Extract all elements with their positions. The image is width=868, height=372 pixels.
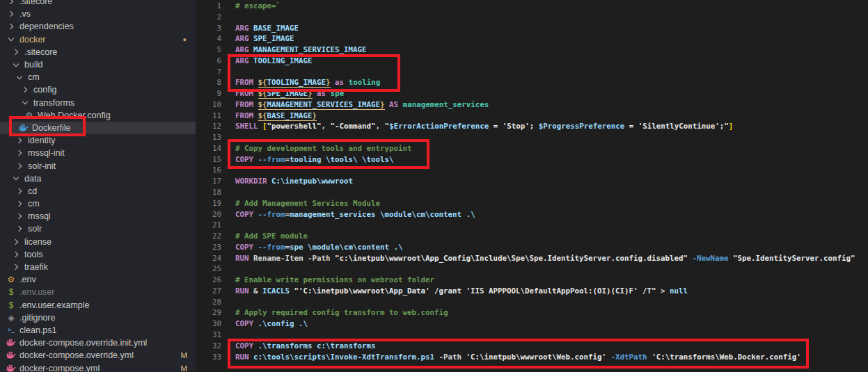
line-number[interactable]: 33 bbox=[196, 352, 221, 363]
line-number[interactable]: 8 bbox=[196, 77, 221, 88]
code-line[interactable]: 15COPY --from=tooling \tools\ \tools\ bbox=[196, 154, 868, 165]
line-number[interactable]: 7 bbox=[196, 67, 221, 78]
line-number[interactable]: 14 bbox=[196, 143, 221, 154]
tree-item-label: docker-compose.override.init.yml bbox=[19, 338, 147, 348]
line-number[interactable]: 29 bbox=[196, 307, 221, 318]
tree-item-mssql-init[interactable]: mssql-init bbox=[0, 147, 196, 159]
code-line[interactable]: 9FROM ${SPE_IMAGE} as spe bbox=[196, 88, 868, 99]
code-line[interactable]: 26# Enable write permissions on webroot … bbox=[196, 275, 868, 286]
code-line[interactable]: 6ARG TOOLING_IMAGE bbox=[196, 56, 868, 67]
code-line[interactable]: 31 bbox=[196, 330, 868, 341]
tree-item-build[interactable]: build bbox=[0, 58, 196, 71]
tree-item-cd[interactable]: cd bbox=[0, 185, 196, 197]
code-line[interactable]: 7 bbox=[196, 67, 868, 78]
tree-item-.vs[interactable]: .vs bbox=[0, 8, 196, 20]
line-number[interactable]: 11 bbox=[196, 111, 221, 122]
line-number[interactable]: 12 bbox=[196, 121, 221, 132]
line-number[interactable]: 3 bbox=[196, 23, 221, 34]
tree-item-label: config bbox=[33, 85, 56, 95]
code-line[interactable]: 1# escape=` bbox=[196, 1, 868, 12]
line-number[interactable]: 30 bbox=[196, 318, 221, 330]
tree-item-dependencies[interactable]: dependencies bbox=[0, 20, 196, 33]
tree-item-.env.user[interactable]: $.env.user bbox=[0, 286, 196, 298]
line-number[interactable]: 32 bbox=[196, 341, 221, 352]
code-line[interactable]: 8FROM ${TOOLING_IMAGE} as tooling bbox=[196, 77, 868, 88]
tree-item-docker-compose.yml[interactable]: docker-compose.ymlM bbox=[0, 362, 196, 372]
line-number[interactable]: 4 bbox=[196, 33, 221, 45]
line-number[interactable]: 2 bbox=[196, 12, 221, 23]
code-line[interactable]: 5ARG MANAGEMENT_SERVICES_IMAGE bbox=[196, 45, 868, 56]
tree-item-dockerfile[interactable]: Dockerfile bbox=[0, 122, 196, 134]
code-line[interactable]: 17WORKDIR C:\inetpub\wwwroot bbox=[196, 176, 868, 187]
line-number[interactable]: 22 bbox=[196, 231, 221, 242]
tree-item-solr-init[interactable]: solr-init bbox=[0, 159, 196, 172]
tree-item-docker-compose.override.init.yml[interactable]: docker-compose.override.init.yml bbox=[0, 337, 196, 349]
line-number[interactable]: 21 bbox=[196, 220, 221, 231]
line-number[interactable]: 5 bbox=[196, 45, 221, 56]
code-line[interactable]: 4ARG SPE_IMAGE bbox=[196, 33, 868, 45]
tree-item-cm[interactable]: cm bbox=[0, 197, 196, 210]
line-number[interactable]: 13 bbox=[196, 132, 221, 143]
line-number[interactable]: 24 bbox=[196, 253, 221, 264]
code-line[interactable]: 33RUN c:\tools\scripts\Invoke-XdtTransfo… bbox=[196, 352, 868, 363]
code-line[interactable]: 10FROM ${MANAGEMENT_SERVICES_IMAGE} AS m… bbox=[196, 99, 868, 111]
code-line[interactable]: 25 bbox=[196, 264, 868, 275]
code-line[interactable]: 2 bbox=[196, 12, 868, 23]
line-number[interactable]: 28 bbox=[196, 297, 221, 308]
chevron-right-icon bbox=[14, 164, 25, 168]
line-number[interactable]: 27 bbox=[196, 286, 221, 297]
line-number[interactable]: 15 bbox=[196, 154, 221, 165]
code-line[interactable]: 28 bbox=[196, 297, 868, 308]
line-number[interactable]: 6 bbox=[196, 56, 221, 67]
line-number[interactable]: 9 bbox=[196, 88, 221, 99]
tree-item-solr[interactable]: solr bbox=[0, 223, 196, 235]
tree-item-.gitignore[interactable]: ◈.gitignore bbox=[0, 312, 196, 324]
code-line[interactable]: 30COPY .\config .\ bbox=[196, 318, 868, 330]
line-number[interactable]: 10 bbox=[196, 99, 221, 111]
code-line[interactable]: 12SHELL ["powershell", "-Command", "$Err… bbox=[196, 121, 868, 132]
tree-item-data[interactable]: data bbox=[0, 172, 196, 185]
code-line[interactable]: 32COPY .\transforms c:\transforms bbox=[196, 341, 868, 352]
code-line[interactable]: 19# Add Management Services Module bbox=[196, 198, 868, 209]
tree-item-.sitecore[interactable]: .sitecore bbox=[0, 0, 196, 8]
tree-item-mssql[interactable]: mssql bbox=[0, 210, 196, 223]
line-number[interactable]: 19 bbox=[196, 198, 221, 209]
tree-item-clean.ps1[interactable]: >_clean.ps1 bbox=[0, 324, 196, 337]
code-line[interactable]: 22# Add SPE module bbox=[196, 231, 868, 242]
code-line[interactable]: 11FROM ${BASE_IMAGE} bbox=[196, 111, 868, 122]
tree-item-tools[interactable]: tools bbox=[0, 248, 196, 261]
code-editor[interactable]: 1# escape=`23ARG BASE_IMAGE4ARG SPE_IMAG… bbox=[196, 0, 868, 372]
tree-item-config[interactable]: config bbox=[0, 83, 196, 96]
code-line[interactable]: 24RUN Rename-Item -Path "c:\inetpub\wwwr… bbox=[196, 253, 868, 264]
tree-item-license[interactable]: license bbox=[0, 236, 196, 248]
line-number[interactable]: 16 bbox=[196, 165, 221, 176]
line-number[interactable]: 17 bbox=[196, 176, 221, 187]
code-line[interactable]: 3ARG BASE_IMAGE bbox=[196, 23, 868, 34]
code-line[interactable]: 20COPY --from=management_services \modul… bbox=[196, 209, 868, 220]
tree-item-.sitecore[interactable]: .sitecore bbox=[0, 46, 196, 58]
tree-item-web.docker.config[interactable]: ⚙Web.Docker.config bbox=[0, 109, 196, 122]
code-line[interactable]: 13 bbox=[196, 132, 868, 143]
line-number[interactable]: 25 bbox=[196, 264, 221, 275]
tree-item-.env[interactable]: ⚙.env bbox=[0, 273, 196, 286]
tree-item-docker-compose.override.yml[interactable]: docker-compose.override.ymlM bbox=[0, 349, 196, 362]
tree-item-docker[interactable]: docker● bbox=[0, 33, 196, 46]
code-line[interactable]: 21 bbox=[196, 220, 868, 231]
code-line[interactable]: 18 bbox=[196, 187, 868, 198]
line-number[interactable]: 1 bbox=[196, 1, 221, 12]
code-line[interactable]: 27RUN & ICACLS "'C:\inetpub\wwwroot\App_… bbox=[196, 286, 868, 297]
tree-item-identity[interactable]: identity bbox=[0, 134, 196, 147]
code-line[interactable]: 16 bbox=[196, 165, 868, 176]
tree-item-cm[interactable]: cm bbox=[0, 71, 196, 83]
tree-item-transforms[interactable]: transforms bbox=[0, 97, 196, 109]
line-number[interactable]: 20 bbox=[196, 209, 221, 220]
code-line[interactable]: 23COPY --from=spe \module\cm\content .\ bbox=[196, 242, 868, 253]
line-number[interactable]: 23 bbox=[196, 242, 221, 253]
code-line[interactable]: 29# Apply required config transform to w… bbox=[196, 307, 868, 318]
line-number[interactable]: 26 bbox=[196, 275, 221, 286]
line-number[interactable]: 31 bbox=[196, 330, 221, 341]
tree-item-.env.user.example[interactable]: $.env.user.example bbox=[0, 299, 196, 312]
line-number[interactable]: 18 bbox=[196, 187, 221, 198]
code-line[interactable]: 14# Copy development tools and entrypoin… bbox=[196, 143, 868, 154]
tree-item-traefik[interactable]: traefik bbox=[0, 261, 196, 273]
